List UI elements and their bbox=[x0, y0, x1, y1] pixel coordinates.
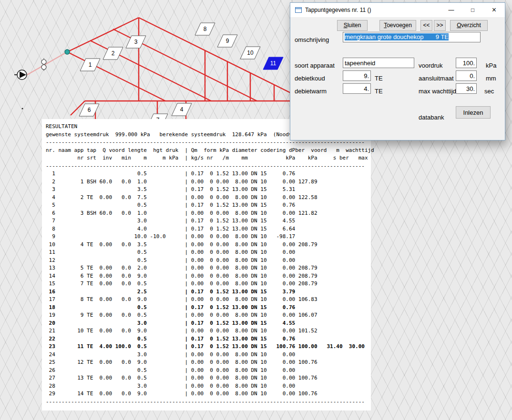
results-line: 28 3.0 | 0.00 0 0.00 8.00 DN 10 0.00 bbox=[46, 382, 371, 390]
pipe-tag-4[interactable]: 4 bbox=[172, 103, 192, 116]
debietkoud-input[interactable] bbox=[343, 70, 371, 81]
pipe-tag-9[interactable]: 9 bbox=[217, 35, 237, 47]
voordruk-label: voordruk bbox=[419, 62, 443, 69]
feed-pipe bbox=[27, 52, 67, 75]
results-line: 26 0.5 | 0.00 0 0.00 8.00 DN 10 0.00 bbox=[46, 367, 371, 375]
tappunt-dialog: Tappuntgegevens nr. 11 () — □ × Sluiten … bbox=[290, 2, 505, 140]
debietkoud-label: debietkoud bbox=[295, 75, 325, 82]
max-wachttijd-input[interactable] bbox=[456, 83, 477, 94]
results-line: 19 9 TE 0.00 0.0 0.5 | 0.00 0 0.00 8.00 … bbox=[46, 311, 371, 320]
results-line: 25 12 TE 0.00 0.0 9.0 | 0.00 0 0.00 8.00… bbox=[46, 359, 371, 367]
reference-dot bbox=[22, 108, 23, 110]
pipe-tag-8[interactable]: 8 bbox=[195, 23, 215, 35]
svg-text:11: 11 bbox=[270, 60, 276, 67]
results-line: 9 10.0 -10.0 | 0.00 0 0.00 8.00 DN 10 -9… bbox=[46, 233, 371, 241]
results-line: 29 14 TE 0.00 0.0 9.0 | 0.00 0 0.00 8.00… bbox=[46, 390, 371, 398]
results-line: 11 0.5 | 0.00 0 0.00 8.00 DN 10 0.00 bbox=[46, 249, 371, 257]
results-line: 15 7 TE 0.00 0.0 0.5 | 0.00 0 0.00 8.00 … bbox=[46, 280, 371, 288]
omschrijving-label: omschrijving bbox=[295, 36, 329, 43]
results-line: 6 3 BSH 60.0 0.0 1.0 | 0.00 0 0.00 8.00 … bbox=[46, 210, 371, 218]
results-line: 4 2 TE 0.00 0.0 7.5 | 0.00 0 0.00 8.00 D… bbox=[46, 194, 371, 202]
results-line: nr. naam app tap Q voord lengte hgt druk… bbox=[46, 147, 371, 155]
results-line: 1 0.5 | 0.17 0 1.52 13.00 DN 15 0.76 bbox=[46, 170, 371, 178]
svg-text:9: 9 bbox=[226, 38, 229, 44]
databank-label: databank bbox=[419, 114, 444, 121]
results-line: 17 8 TE 0.00 0.0 9.0 | 0.00 0 0.00 8.00 … bbox=[46, 296, 371, 304]
results-line: 23 11 TE 4.00 100.0 0.5 | 0.17 0 1.52 13… bbox=[46, 343, 371, 351]
results-line: 14 6 TE 0.00 0.0 9.0 | 0.00 0 0.00 8.00 … bbox=[46, 272, 371, 280]
soort-apparaat-input[interactable] bbox=[343, 58, 414, 68]
pipe-tag-11[interactable]: 11 bbox=[263, 57, 283, 70]
results-line: 20 3.0 | 0.17 0 1.52 13.00 DN 15 4.55 bbox=[46, 320, 371, 328]
debietwarm-unit: TE bbox=[375, 88, 383, 95]
results-line: 24 3.0 | 0.00 0 0.00 8.00 DN 10 0.00 bbox=[46, 351, 371, 359]
pipe-tag-6[interactable]: 6 bbox=[79, 104, 99, 116]
results-line: ----------------------------------------… bbox=[46, 398, 371, 406]
voordruk-unit: kPa bbox=[486, 62, 496, 69]
aansluitmaat-label: aansluitmaat bbox=[419, 75, 454, 82]
svg-text:4: 4 bbox=[180, 106, 184, 113]
results-line: ----------------------------------------… bbox=[46, 162, 371, 170]
dialog-form: omschrijving mengkraan grote douchekop 9… bbox=[290, 3, 505, 140]
results-line: 5 0.5 | 0.17 0 1.52 13.00 DN 15 0.76 bbox=[46, 201, 371, 210]
debietkoud-unit: TE bbox=[375, 75, 383, 82]
svg-text:10: 10 bbox=[247, 50, 254, 56]
results-line: 10 4 TE 0.00 0.0 3.5 | 0.00 0 0.00 8.00 … bbox=[46, 241, 371, 249]
results-line: 3 3.5 | 0.17 0 1.52 13.00 DN 15 5.31 bbox=[46, 186, 371, 194]
results-line: 22 0.5 | 0.17 0 1.52 13.00 DN 15 0.76 bbox=[46, 335, 371, 343]
results-line: 27 13 TE 0.00 0.0 0.5 | 0.00 0 0.00 8.00… bbox=[46, 374, 371, 382]
aansluitmaat-input[interactable] bbox=[456, 70, 477, 81]
max-wachttijd-unit: sec bbox=[484, 88, 494, 95]
soort-apparaat-label: soort apparaat bbox=[295, 62, 335, 69]
omschrijving-input[interactable]: mengkraan grote douchekop 9 TE bbox=[343, 32, 481, 42]
source-node[interactable] bbox=[65, 50, 70, 54]
results-line: 18 0.5 | 0.17 0 1.52 13.00 DN 15 0.76 bbox=[46, 304, 371, 312]
pipe-tag-10[interactable]: 10 bbox=[240, 47, 260, 59]
results-line: 7 3.0 | 0.17 0 1.52 13.00 DN 15 4.55 bbox=[46, 217, 371, 225]
desktop: 123467891011 RESULTATENgewenste systeemd… bbox=[0, 0, 512, 420]
results-line: nr srt inv min m m kPa | kg/s nr /m mm k… bbox=[46, 154, 371, 162]
results-line: 21 10 TE 0.00 0.0 9.0 | 0.00 0 0.00 8.00… bbox=[46, 327, 371, 335]
svg-text:3: 3 bbox=[134, 39, 138, 45]
svg-text:1: 1 bbox=[89, 61, 92, 68]
debietwarm-label: debietwarm bbox=[295, 88, 327, 95]
svg-text:8: 8 bbox=[204, 26, 207, 32]
pump-icon[interactable] bbox=[17, 70, 27, 80]
results-line: 2 1 BSH 60.0 0.0 1.0 | 0.00 0 0.00 8.00 … bbox=[46, 178, 371, 186]
svg-text:2: 2 bbox=[112, 50, 115, 57]
svg-text:6: 6 bbox=[88, 107, 91, 113]
debietwarm-input[interactable] bbox=[343, 83, 371, 94]
results-panel: RESULTATENgewenste systeemdruk 999.000 k… bbox=[42, 119, 371, 410]
max-wachttijd-label: max wachttijd bbox=[419, 88, 456, 95]
results-line: 12 0.5 | 0.00 0 0.00 8.00 DN 10 0.00 bbox=[46, 257, 371, 265]
voordruk-input[interactable] bbox=[456, 58, 477, 68]
omschrijving-selected-text: mengkraan grote douchekop 9 TE bbox=[345, 33, 449, 40]
aansluitmaat-unit: mm bbox=[486, 75, 496, 82]
inlezen-button[interactable]: Inlezen bbox=[456, 106, 491, 119]
results-line: 16 2.5 | 0.17 0 1.52 13.00 DN 15 3.79 bbox=[46, 288, 371, 296]
results-line: 13 5 TE 0.00 0.0 2.0 | 0.00 0 0.00 8.00 … bbox=[46, 264, 371, 272]
results-line: 8 4.0 | 0.17 0 1.52 13.00 DN 15 6.64 bbox=[46, 225, 371, 233]
results-body: RESULTATENgewenste systeemdruk 999.000 k… bbox=[46, 123, 371, 406]
